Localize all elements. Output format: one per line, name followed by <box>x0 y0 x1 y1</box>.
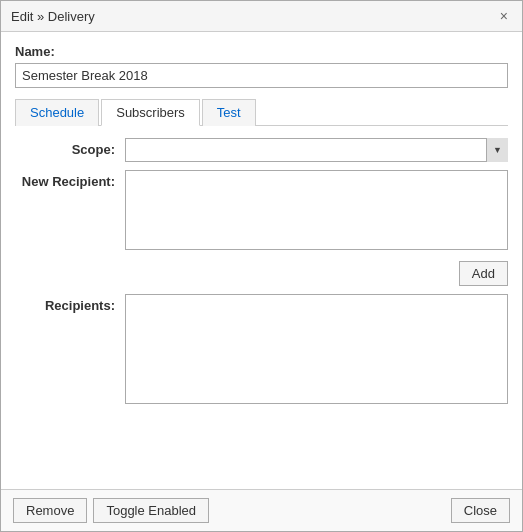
tabs-container: Schedule Subscribers Test <box>15 98 508 126</box>
add-button[interactable]: Add <box>459 261 508 286</box>
dialog-footer: Remove Toggle Enabled Close <box>1 489 522 531</box>
new-recipient-textarea-wrapper <box>125 170 508 253</box>
scope-select-wrapper <box>125 138 508 162</box>
close-button[interactable]: Close <box>451 498 510 523</box>
recipients-field <box>125 294 508 407</box>
dialog-body: Name: Schedule Subscribers Test Scope: <box>1 32 522 489</box>
dialog-titlebar: Edit » Delivery × <box>1 1 522 32</box>
new-recipient-row: New Recipient: <box>15 170 508 253</box>
recipients-textarea-wrapper <box>125 294 508 407</box>
tab-test[interactable]: Test <box>202 99 256 126</box>
name-label: Name: <box>15 44 508 59</box>
remove-button[interactable]: Remove <box>13 498 87 523</box>
scope-select[interactable] <box>125 138 508 162</box>
scope-row: Scope: <box>15 138 508 162</box>
new-recipient-textarea[interactable] <box>125 170 508 250</box>
dialog-close-button[interactable]: × <box>496 7 512 25</box>
new-recipient-label: New Recipient: <box>15 170 125 189</box>
recipients-label: Recipients: <box>15 294 125 313</box>
edit-delivery-dialog: Edit » Delivery × Name: Schedule Subscri… <box>0 0 523 532</box>
tab-subscribers[interactable]: Subscribers <box>101 99 200 126</box>
footer-left-buttons: Remove Toggle Enabled <box>13 498 209 523</box>
recipients-row: Recipients: <box>15 294 508 407</box>
tab-schedule[interactable]: Schedule <box>15 99 99 126</box>
add-row: Add <box>15 261 508 286</box>
new-recipient-field <box>125 170 508 253</box>
scope-label: Scope: <box>15 138 125 157</box>
recipients-textarea[interactable] <box>125 294 508 404</box>
tab-content: Scope: New Recipient: <box>15 138 508 477</box>
footer-right-buttons: Close <box>451 498 510 523</box>
name-field-row: Name: <box>15 44 508 88</box>
toggle-enabled-button[interactable]: Toggle Enabled <box>93 498 209 523</box>
name-input[interactable] <box>15 63 508 88</box>
scope-field <box>125 138 508 162</box>
dialog-title: Edit » Delivery <box>11 9 95 24</box>
